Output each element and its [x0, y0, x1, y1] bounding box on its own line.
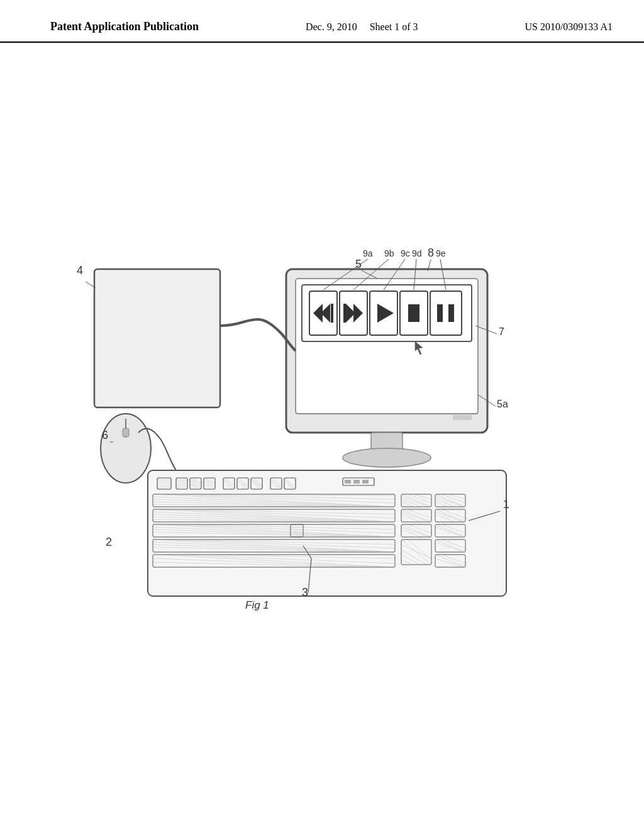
- svg-point-166: [343, 448, 431, 467]
- svg-rect-176: [94, 269, 220, 407]
- svg-rect-180: [123, 428, 129, 437]
- svg-rect-154: [343, 304, 346, 323]
- svg-rect-161: [448, 304, 454, 322]
- svg-rect-49: [345, 480, 351, 484]
- label-7: 7: [499, 326, 504, 337]
- label-6: 6: [102, 429, 108, 441]
- patent-number: US 2010/0309133 A1: [525, 19, 613, 35]
- label-9d: 9d: [412, 248, 422, 258]
- svg-rect-150: [331, 304, 333, 323]
- page-header: Patent Application Publication Dec. 9, 2…: [0, 0, 644, 43]
- svg-rect-164: [453, 415, 472, 420]
- publication-date: Dec. 9, 2010: [306, 21, 357, 32]
- label-2: 2: [106, 536, 112, 548]
- label-9e: 9e: [436, 248, 446, 258]
- label-8: 8: [428, 246, 434, 259]
- label-9c: 9c: [401, 248, 410, 258]
- svg-rect-50: [353, 480, 360, 484]
- label-9a: 9a: [363, 248, 373, 258]
- label-1: 1: [503, 498, 509, 511]
- publication-title: Patent Application Publication: [50, 19, 199, 35]
- label-9b: 9b: [384, 248, 394, 258]
- svg-rect-159: [430, 291, 462, 335]
- label-5a: 5a: [497, 399, 508, 409]
- svg-rect-158: [408, 304, 419, 322]
- label-3: 3: [302, 586, 308, 599]
- publication-date-sheet: Dec. 9, 2010 Sheet 1 of 3: [306, 19, 418, 35]
- svg-rect-160: [437, 304, 443, 322]
- sheet-info: Sheet 1 of 3: [370, 21, 418, 32]
- figure-label: Fig 1: [245, 599, 269, 611]
- diagram-area: 1 2 3 Fig 1: [0, 43, 644, 797]
- label-4: 4: [77, 264, 83, 277]
- patent-figure: 1 2 3 Fig 1: [0, 43, 644, 797]
- svg-rect-51: [362, 480, 369, 484]
